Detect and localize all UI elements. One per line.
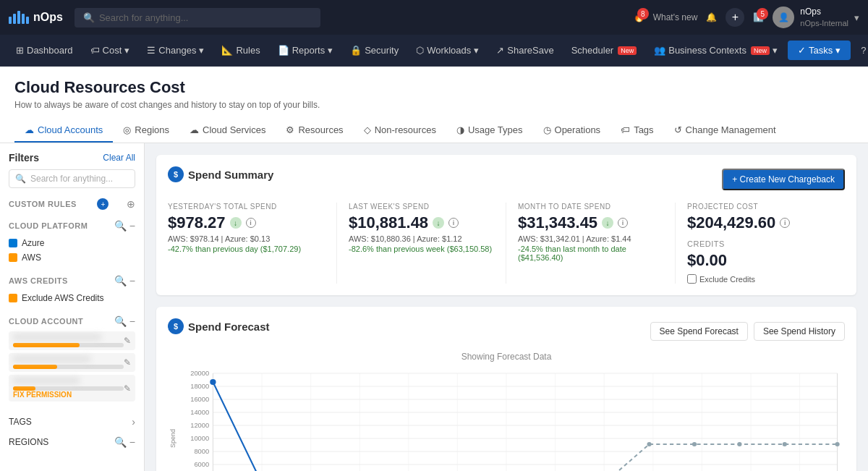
- tags-icon: 🏷: [621, 124, 630, 135]
- sidebar-search[interactable]: 🔍 Search for anything...: [9, 169, 135, 188]
- cloud-platform-search-icon[interactable]: 🔍: [114, 220, 127, 232]
- tab-cloud-services[interactable]: ☁ Cloud Services: [179, 119, 276, 143]
- mtd-spend: MONTH TO DATE SPEND $31,343.45 ↓ i AWS: …: [506, 203, 676, 284]
- cloud-platform-section: CLOUD PLATFORM 🔍 − Azure AWS: [9, 220, 135, 265]
- fire-icon-btn[interactable]: 🔥 8: [634, 12, 644, 22]
- tab-non-resources[interactable]: ◇ Non-resources: [354, 119, 446, 143]
- see-forecast-button[interactable]: See Spend Forecast: [650, 322, 748, 341]
- cloud-account-collapse-icon[interactable]: −: [129, 315, 135, 327]
- aws-credits-search-icon[interactable]: 🔍: [114, 275, 127, 287]
- svg-point-46: [647, 442, 651, 446]
- svg-point-37: [210, 379, 216, 385]
- menu-bar: ⊞ Dashboard 🏷 Cost ▾ ☰ Changes ▾ 📐 Rules…: [0, 35, 868, 67]
- cloud-account-section: CLOUD ACCOUNT 🔍 − ✎ ✎: [9, 315, 135, 402]
- app-logo[interactable]: nOps: [9, 11, 63, 24]
- spend-forecast-card: $ Spend Forecast See Spend Forecast See …: [156, 307, 856, 471]
- nav-item-workloads[interactable]: ⬡ Workloads ▾: [409, 41, 486, 60]
- nav-item-sharesave[interactable]: ↗ ShareSave: [489, 41, 561, 60]
- nav-item-dashboard[interactable]: ⊞ Dashboard: [9, 41, 80, 60]
- lastweek-info-icon[interactable]: i: [448, 218, 459, 228]
- spend-grid: YESTERDAY'S TOTAL SPEND $978.27 ↓ i AWS:…: [168, 203, 845, 284]
- rules-icon: 📐: [221, 45, 233, 56]
- custom-rules-add-btn[interactable]: +: [97, 198, 109, 210]
- account-item-1[interactable]: ✎: [9, 331, 135, 350]
- spend-summary-icon: $: [168, 166, 184, 182]
- change-mgmt-icon: ↺: [674, 124, 682, 135]
- top-navigation: nOps 🔍 Search for anything... 🔥 8 What's…: [0, 0, 868, 35]
- non-resources-icon: ◇: [364, 124, 371, 135]
- tab-resources[interactable]: ⚙ Resources: [276, 119, 353, 143]
- filters-title: Filters: [9, 152, 39, 164]
- nav-item-rules[interactable]: 📐 Rules: [214, 41, 267, 60]
- regions-row[interactable]: REGIONS 🔍 −: [9, 432, 135, 452]
- user-menu[interactable]: 👤 nOps nOps-Internal ▾: [773, 7, 859, 28]
- fix-permission-label[interactable]: FIX PERMISSION: [13, 391, 124, 399]
- business-chevron-icon: ▾: [773, 45, 778, 56]
- clear-all-btn[interactable]: Clear All: [103, 153, 135, 163]
- nav-item-security[interactable]: 🔒 Security: [343, 41, 406, 60]
- cloud-accounts-icon: ☁: [25, 124, 34, 135]
- svg-point-50: [835, 442, 839, 446]
- aws-credits-label: AWS CREDITS: [9, 276, 68, 285]
- cloud-account-search-icon[interactable]: 🔍: [114, 315, 127, 327]
- nav-item-cost[interactable]: 🏷 Cost ▾: [83, 41, 137, 60]
- platform-azure[interactable]: Azure: [9, 236, 135, 250]
- custom-rules-actions[interactable]: ⊕: [127, 198, 135, 210]
- edit-account-2-icon[interactable]: ✎: [124, 357, 131, 368]
- business-icon: 👥: [654, 45, 665, 56]
- tab-operations[interactable]: ◷ Operations: [533, 119, 611, 143]
- regions-icon: ◎: [123, 124, 131, 135]
- exclude-credits-input[interactable]: [687, 274, 697, 284]
- projected-info-icon[interactable]: i: [780, 218, 790, 228]
- create-chargeback-button[interactable]: + Create New Chargeback: [722, 169, 845, 190]
- info-btn[interactable]: ℹ️ 5: [753, 12, 764, 22]
- filters-section: Filters Clear All 🔍 Search for anything.…: [9, 152, 135, 188]
- sidebar-search-icon: 🔍: [15, 174, 26, 184]
- nav-item-changes[interactable]: ☰ Changes ▾: [140, 41, 211, 60]
- usage-types-icon: ◑: [456, 124, 464, 135]
- exclude-credits-checkbox[interactable]: Exclude Credits: [687, 274, 833, 284]
- mtd-info-icon[interactable]: i: [618, 218, 628, 228]
- nav-item-scheduler[interactable]: Scheduler New: [564, 41, 644, 60]
- chart-title: Showing Forecast Data: [168, 352, 845, 362]
- tab-change-management[interactable]: ↺ Change Management: [664, 119, 786, 143]
- help-menu-btn[interactable]: ? ▾: [854, 41, 868, 60]
- account-item-3[interactable]: FIX PERMISSION ✎: [9, 375, 135, 402]
- nav-item-reports[interactable]: 📄 Reports ▾: [271, 41, 341, 60]
- resources-icon: ⚙: [286, 124, 294, 135]
- tab-cloud-accounts[interactable]: ☁ Cloud Accounts: [14, 119, 113, 143]
- add-btn[interactable]: +: [726, 8, 744, 27]
- user-chevron-icon: ▾: [854, 12, 859, 23]
- spend-forecast-icon: $: [168, 318, 184, 334]
- custom-rules-label: CUSTOM RULES: [9, 200, 77, 208]
- tasks-button[interactable]: ✓ Tasks ▾: [788, 41, 851, 60]
- projected-cost: PROJECTED COST $204,429.60 i CREDITS $0.…: [676, 203, 845, 284]
- tags-row[interactable]: TAGS ›: [9, 412, 135, 432]
- tab-regions[interactable]: ◎ Regions: [113, 119, 179, 143]
- yesterday-down-icon: ↓: [230, 217, 242, 229]
- svg-point-49: [783, 442, 787, 446]
- whats-new-btn[interactable]: What's new: [653, 12, 698, 22]
- aws-credits-collapse-icon[interactable]: −: [129, 275, 135, 287]
- regions-collapse-icon[interactable]: −: [129, 436, 135, 448]
- cloud-platform-collapse-icon[interactable]: −: [129, 220, 135, 232]
- edit-account-1-icon[interactable]: ✎: [124, 336, 131, 346]
- platform-aws[interactable]: AWS: [9, 250, 135, 265]
- tab-usage-types[interactable]: ◑ Usage Types: [446, 119, 533, 143]
- exclude-aws-credits-item[interactable]: Exclude AWS Credits: [9, 291, 135, 305]
- account-item-2[interactable]: ✎: [9, 353, 135, 372]
- regions-search-icon[interactable]: 🔍: [114, 436, 127, 448]
- notification-bell-btn[interactable]: 🔔: [706, 12, 717, 22]
- tab-tags[interactable]: 🏷 Tags: [610, 119, 663, 143]
- yesterday-info-icon[interactable]: i: [246, 218, 256, 228]
- tabs-bar: ☁ Cloud Accounts ◎ Regions ☁ Cloud Servi…: [14, 119, 854, 143]
- svg-text:12000: 12000: [190, 422, 209, 429]
- tasks-chevron-icon: ▾: [835, 45, 841, 56]
- nav-item-business-contexts[interactable]: 👥 Business Contexts New ▾: [647, 41, 785, 60]
- see-history-button[interactable]: See Spend History: [754, 322, 845, 341]
- global-search[interactable]: 🔍 Search for anything...: [75, 8, 320, 27]
- svg-text:14000: 14000: [190, 409, 209, 416]
- question-icon: ?: [861, 45, 866, 56]
- svg-text:8000: 8000: [194, 448, 209, 455]
- edit-account-3-icon[interactable]: ✎: [124, 383, 131, 394]
